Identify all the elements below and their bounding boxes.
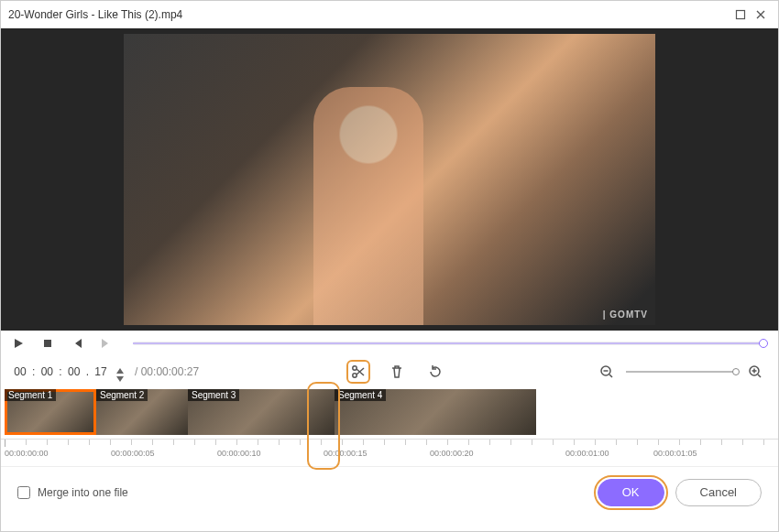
time-spinner [115,364,126,380]
play-button[interactable] [8,333,28,353]
segment-label: Segment 2 [96,389,148,401]
zoom-slider[interactable] [626,371,736,373]
svg-rect-0 [737,10,745,18]
rotate-icon [428,364,443,379]
video-frame-content [313,87,423,325]
ruler-label: 00:00:00:20 [430,449,474,458]
maximize-button[interactable] [730,5,751,25]
ruler-label: 00:00:00:10 [217,449,261,458]
segment-label: Segment 3 [188,389,239,401]
segment-label: Segment 1 [5,389,56,401]
merge-checkbox[interactable] [17,486,30,499]
progress-bar[interactable] [133,342,763,345]
svg-rect-1 [44,340,51,347]
segment-thumb[interactable]: Segment 3 [188,389,335,435]
scissors-icon [351,364,366,379]
prev-frame-button[interactable] [67,333,87,353]
zoom-out-icon [599,364,614,379]
zoom-out-button[interactable] [595,360,619,384]
segment-label: Segment 4 [335,389,386,401]
zoom-knob[interactable] [732,368,740,375]
delete-button[interactable] [385,360,409,384]
zoom-controls [595,360,767,384]
video-watermark: | GOMTV [603,309,648,320]
time-hh: 00 [12,364,28,380]
time-ff: 17 [93,364,109,380]
segment-thumb[interactable]: Segment 1 [5,389,96,435]
editor-window: 20-Wonder Girls - Like This (2).mp4 | GO… [0,0,779,532]
zoom-in-icon [748,364,763,379]
trash-icon [390,364,404,379]
reset-button[interactable] [423,360,447,384]
current-time-input[interactable]: 00: 00: 00. 17 [12,364,126,380]
segment-thumb[interactable]: Segment 4 [335,389,536,435]
ruler-label: 00:00:01:00 [565,449,609,458]
time-tool-bar: 00: 00: 00. 17 / 00:00:00:27 [1,356,778,387]
time-step-down[interactable] [115,372,126,380]
timeline: Segment 1Segment 2Segment 3Segment 4 00:… [1,387,778,466]
zoom-in-button[interactable] [743,360,767,384]
ruler-label: 00:00:00:00 [5,449,49,458]
time-ruler[interactable]: 00:00:00:0000:00:00:0500:00:00:1000:00:0… [1,439,778,466]
footer-bar: Merge into one file OK Cancel [1,466,778,517]
ruler-label: 00:00:00:15 [324,449,368,458]
time-mm: 00 [38,364,55,380]
merge-checkbox-row[interactable]: Merge into one file [17,486,128,499]
time-step-up[interactable] [115,364,126,372]
next-frame-button[interactable] [96,333,116,353]
window-title: 20-Wonder Girls - Like This (2).mp4 [8,8,730,21]
ruler-label: 00:00:01:05 [653,449,697,458]
segment-thumb[interactable]: Segment 2 [96,389,188,435]
ruler-label: 00:00:00:05 [111,449,155,458]
stop-button[interactable] [38,333,58,353]
playback-controls [1,331,778,356]
progress-track [133,342,763,344]
edit-tools [204,360,589,384]
close-button[interactable] [751,5,771,25]
progress-knob[interactable] [759,339,768,348]
titlebar: 20-Wonder Girls - Like This (2).mp4 [1,1,778,28]
total-duration: / 00:00:00:27 [135,365,199,378]
video-preview-area: | GOMTV [1,28,778,331]
time-ss: 00 [66,364,82,380]
ok-button[interactable]: OK [598,479,664,506]
video-frame: | GOMTV [124,34,655,325]
cut-button[interactable] [346,360,370,384]
cancel-button[interactable]: Cancel [675,479,762,506]
merge-label: Merge into one file [38,486,128,499]
segment-strip: Segment 1Segment 2Segment 3Segment 4 [5,389,778,435]
